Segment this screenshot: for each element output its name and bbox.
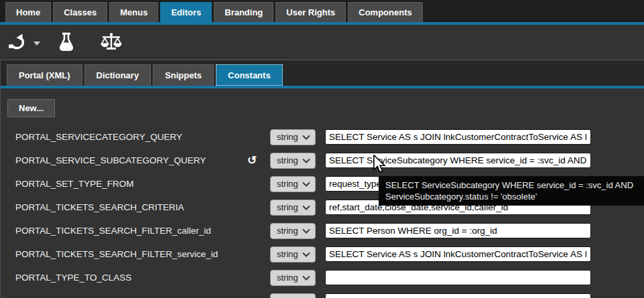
undo-dropdown-caret-icon[interactable] [34, 42, 40, 46]
type-select[interactable]: string [270, 223, 316, 239]
type-select[interactable]: string [270, 293, 316, 298]
chevron-down-icon [302, 275, 310, 281]
constant-value-input[interactable] [325, 153, 591, 168]
constant-value-input[interactable] [325, 246, 591, 262]
top-tab-bar: Home Classes Menus Editors Branding User… [0, 0, 644, 22]
new-constant-button[interactable]: New... [7, 99, 55, 117]
sub-tab-bar: Portal (XML) Dictionary Snippets Constan… [1, 60, 644, 86]
constant-name: PORTAL_SERVICE_SUBCATEGORY_QUERY [15, 155, 243, 165]
tab-classes[interactable]: Classes [53, 2, 107, 22]
undo-icon[interactable] [7, 33, 27, 52]
type-select[interactable]: string [270, 153, 316, 169]
constant-name: PORTAL_SET_TYPE_FROM [15, 179, 243, 189]
tab-user-rights[interactable]: User Rights [275, 2, 346, 22]
tab-dictionary[interactable]: Dictionary [84, 64, 151, 86]
tab-components[interactable]: Components [348, 2, 422, 22]
type-select[interactable]: string [270, 270, 316, 286]
tab-editors[interactable]: Editors [160, 2, 212, 22]
tab-portal-xml[interactable]: Portal (XML) [7, 64, 82, 86]
tab-home[interactable]: Home [5, 2, 51, 22]
value-tooltip: SELECT ServiceSubcategory WHERE service_… [379, 176, 644, 206]
constant-row: PORTAL_TICKETS_SEARCH_FILTER_service_id … [1, 242, 644, 266]
type-select[interactable]: string [270, 246, 316, 263]
constant-name: PORTAL_TICKETS_SEARCH_FILTER_service_id [15, 249, 243, 259]
constant-row-partial: string [1, 289, 644, 298]
chevron-down-icon [302, 135, 310, 140]
chevron-down-icon [302, 252, 310, 257]
chevron-down-icon [302, 205, 310, 210]
tab-constants[interactable]: Constants [216, 64, 283, 86]
constant-name: PORTAL_TYPE_TO_CLASS [15, 273, 243, 283]
constant-row: PORTAL_SERVICE_SUBCATEGORY_QUERY ↻ strin… [1, 149, 644, 172]
constant-name: PORTAL_SERVICECATEGORY_QUERY [15, 132, 243, 142]
constant-row: PORTAL_SERVICECATEGORY_QUERY string [1, 125, 644, 149]
tab-branding[interactable]: Branding [214, 2, 273, 22]
flask-icon[interactable] [58, 32, 75, 52]
chevron-down-icon [302, 158, 310, 163]
tab-snippets[interactable]: Snippets [153, 64, 214, 86]
constant-value-input[interactable] [325, 293, 591, 298]
tooltip-line-1: SELECT ServiceSubcategory WHERE service_… [385, 179, 637, 191]
tab-menus[interactable]: Menus [109, 2, 158, 22]
tooltip-line-2: ServiceSubcategory.status != 'obsolete' [385, 191, 637, 202]
type-select[interactable]: string [270, 200, 316, 216]
constant-row: PORTAL_TICKETS_SEARCH_FILTER_caller_id s… [1, 219, 644, 242]
constant-name: PORTAL_TICKETS_SEARCH_CRITERIA [15, 202, 243, 212]
toolbar [0, 25, 644, 60]
constant-row: PORTAL_TYPE_TO_CLASS string [1, 266, 644, 289]
constant-value-input[interactable] [325, 129, 591, 145]
chevron-down-icon [302, 181, 310, 187]
chevron-down-icon [302, 228, 310, 234]
revert-icon[interactable]: ↻ [247, 155, 257, 166]
type-select[interactable]: string [270, 176, 316, 192]
constants-list: PORTAL_SERVICECATEGORY_QUERY string PORT… [1, 125, 644, 298]
type-select[interactable]: string [270, 129, 316, 145]
scales-icon[interactable] [99, 32, 123, 52]
constant-name: PORTAL_TICKETS_SEARCH_FILTER_caller_id [15, 226, 243, 236]
constant-value-input[interactable] [325, 223, 591, 238]
constant-value-input[interactable] [325, 270, 591, 285]
